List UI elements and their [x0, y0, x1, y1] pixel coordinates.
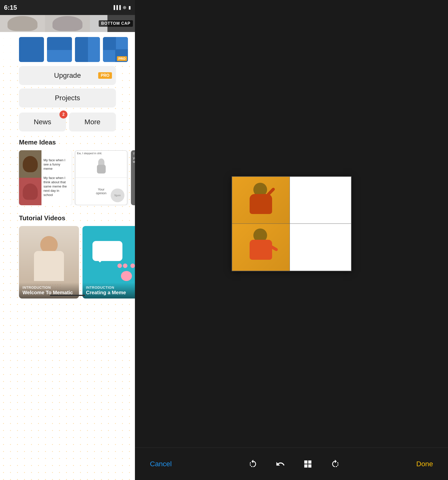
- tutorial-subtitle-2: INTRODUCTION: [86, 286, 135, 290]
- projects-label: Projects: [55, 94, 80, 102]
- canvas-area: [232, 0, 352, 448]
- paw-icon: [117, 264, 135, 281]
- action-buttons: Upgrade PRO Projects: [0, 66, 135, 108]
- rotate-right-icon: [331, 459, 340, 469]
- news-button[interactable]: News 2: [19, 112, 66, 132]
- rotate-left-icon: [248, 459, 258, 469]
- meme-panel-blank-bottom: [290, 224, 351, 271]
- upgrade-label: Upgrade: [54, 72, 81, 80]
- time-display: 6:15: [4, 4, 17, 12]
- meme-photo-top: [19, 150, 41, 178]
- template-split-2h[interactable]: [47, 37, 72, 62]
- meme-panel-drake-bottom: [232, 224, 290, 271]
- rotate-left-button[interactable]: [247, 458, 259, 470]
- news-more-row: News 2 More: [19, 112, 116, 132]
- template-split-2v[interactable]: [75, 37, 100, 62]
- home-indicator: [50, 295, 85, 296]
- signal-icon: ▐▐▐: [112, 5, 121, 10]
- comic-cell-top: Ew, I stepped in shit.: [75, 151, 127, 178]
- comic-text-top: Ew, I stepped in shit.: [77, 152, 102, 155]
- news-label: News: [34, 118, 51, 126]
- more-button[interactable]: More: [69, 112, 116, 132]
- tutorial-card-creating[interactable]: INTRODUCTION Creating a Meme: [82, 226, 135, 298]
- paw-toe-3: [130, 264, 135, 268]
- meme-idea-comic[interactable]: Ew, I stepped in shit. Youropinion figur…: [75, 150, 127, 205]
- person-body: [34, 251, 64, 281]
- meme-preview-banner: BOTTOM CAP: [0, 15, 135, 32]
- speech-bubble: [92, 241, 122, 261]
- paw-toe-2: [123, 264, 127, 268]
- meme-panel-blank-top: [290, 177, 351, 224]
- done-button[interactable]: Done: [416, 460, 433, 468]
- meme-text-area: My face when I see a funny meme My face …: [41, 150, 71, 205]
- battery-icon: ▮: [128, 5, 131, 10]
- tutorial-videos-title: Tutorial Videos: [0, 214, 135, 222]
- meme-ideas-title: Meme Ideas: [0, 138, 135, 146]
- meme-text-bottom: My face when I think about that same mem…: [43, 176, 69, 197]
- bottom-toolbar: Cancel: [135, 448, 448, 480]
- status-icons: ▐▐▐ ⊕ ▮: [112, 5, 131, 10]
- pro-badge: PRO: [117, 56, 127, 61]
- drake-top-figure: [241, 180, 281, 220]
- status-bar: 6:15 ▐▐▐ ⊕ ▮: [0, 0, 135, 15]
- comic-cell-bottom: Youropinion figure: [75, 178, 127, 205]
- left-panel: 6:15 ▐▐▐ ⊕ ▮ BOTTOM CAP: [0, 0, 135, 480]
- wifi-icon: ⊕: [123, 5, 126, 10]
- tutorial-subtitle-1: INTRODUCTION: [22, 286, 75, 290]
- drake-arm-dismissive: [266, 187, 275, 196]
- layout-icon: [303, 459, 313, 469]
- upgrade-pro-badge: PRO: [98, 72, 112, 79]
- tutorial-scroll: INTRODUCTION Welcome To Mematic INTRO: [0, 226, 135, 298]
- cancel-button[interactable]: Cancel: [150, 460, 172, 468]
- drake-body-top: [250, 194, 272, 214]
- toolbar-icons: [247, 458, 342, 470]
- tutorial-card-welcome[interactable]: INTRODUCTION Welcome To Mematic: [19, 226, 79, 298]
- paw-toe-1: [117, 264, 122, 268]
- drake-body-bottom: [250, 240, 272, 260]
- projects-button[interactable]: Projects: [19, 88, 116, 108]
- drake-bottom-figure: [241, 227, 281, 267]
- meme-canvas[interactable]: [232, 176, 352, 271]
- tutorial-label-welcome: INTRODUCTION Welcome To Mematic: [19, 282, 79, 298]
- meme-panel-drake-top: [232, 177, 290, 224]
- more-label: More: [84, 118, 100, 126]
- meme-idea-item[interactable]: My face when I see a funny meme My face …: [19, 150, 71, 205]
- undo-button[interactable]: [274, 458, 287, 470]
- meme-ideas-scroll: My face when I see a funny meme My face …: [0, 150, 135, 205]
- layout-button[interactable]: [302, 458, 314, 470]
- paw-main: [121, 271, 132, 281]
- upgrade-button[interactable]: Upgrade PRO: [19, 66, 116, 85]
- tutorial-title-2: Creating a Meme: [86, 290, 135, 296]
- meme-text-top: My face when I see a funny meme: [43, 158, 69, 171]
- template-single[interactable]: [19, 37, 44, 62]
- news-badge: 2: [59, 110, 67, 118]
- meme-idea-partial: They're called yay tall and fit with exp…: [131, 150, 135, 205]
- rotate-right-button[interactable]: [329, 458, 342, 470]
- tutorial-label-creating: INTRODUCTION Creating a Meme: [82, 282, 135, 298]
- meme-photo-bottom: [19, 178, 41, 205]
- template-split-3-pro[interactable]: PRO: [103, 37, 128, 62]
- bottom-cap-badge: BOTTOM CAP: [99, 20, 133, 27]
- right-panel: Cancel: [135, 0, 448, 480]
- meme-photos: [19, 150, 41, 205]
- template-grid: PRO: [0, 32, 135, 66]
- undo-icon: [276, 459, 285, 469]
